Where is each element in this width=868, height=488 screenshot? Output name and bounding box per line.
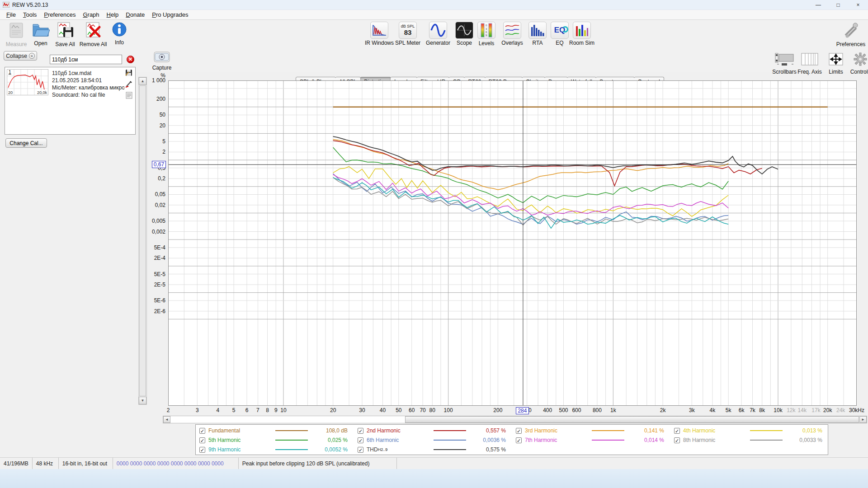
measurement-soundcard: Soundcard: No cal file [52, 92, 124, 98]
notes-icon[interactable] [126, 92, 132, 100]
info-button[interactable]: Info [105, 22, 134, 46]
legend-checkbox[interactable]: ✓ [358, 437, 363, 443]
levels-button[interactable]: 0369Levels [472, 22, 501, 47]
legend-item-6th-harmonic: ✓6th Harmonic0,0036 % [358, 436, 511, 445]
svg-text:3: 3 [486, 28, 487, 30]
vscroll-thumb[interactable] [139, 85, 146, 396]
legend-checkbox[interactable]: ✓ [358, 447, 363, 453]
measurement-name-input[interactable] [50, 55, 122, 64]
open-icon [32, 22, 50, 39]
maximize-button[interactable]: □ [828, 0, 848, 10]
scrollbars-button[interactable]: Scrollbars [771, 52, 797, 75]
limits-button[interactable]: Limits [823, 52, 849, 75]
distortion-plot[interactable] [168, 80, 857, 406]
legend-item-8th-harmonic: ✓8th Harmonic0,0033 % [674, 436, 828, 445]
y-tick: 0,2 [136, 175, 165, 182]
close-button[interactable]: × [848, 0, 868, 10]
y-tick: 5E-6 [136, 297, 165, 304]
x-tick: 10 [273, 407, 294, 413]
legend-checkbox[interactable]: ✓ [674, 437, 680, 443]
cursor-y-readout: 0,67 [152, 161, 166, 168]
legend-checkbox[interactable]: ✓ [199, 437, 205, 443]
controls-icon [854, 61, 867, 67]
generator-button[interactable]: Generator [424, 22, 453, 46]
menu-graph[interactable]: Graph [79, 10, 103, 19]
menu-tools[interactable]: Tools [19, 10, 40, 19]
delete-measurement-button[interactable]: ✕ [127, 56, 134, 63]
legend-item-fundamental: ✓Fundamental108,0 dB [199, 426, 353, 435]
y-tick: 2E-5 [136, 282, 165, 288]
legend-item-5th-harmonic: ✓5th Harmonic0,025 % [199, 436, 353, 445]
cursor-x-readout: 284 [516, 407, 529, 414]
scroll-right-arrow[interactable]: ► [859, 416, 867, 423]
x-tick: 2k [652, 407, 673, 413]
legend-item-2nd-harmonic: ✓2nd Harmonic0,557 % [358, 426, 511, 435]
graph-horizontal-scrollbar[interactable]: ◄ ► [163, 416, 867, 423]
legend-checkbox[interactable]: ✓ [516, 428, 522, 434]
y-tick: 5E-4 [136, 244, 165, 251]
legend-checkbox[interactable]: ✓ [358, 428, 363, 434]
legend-checkbox[interactable]: ✓ [516, 437, 522, 443]
y-tick: 1 000 [136, 77, 165, 84]
title-bar: REW V5.20.13 — □ × [0, 0, 868, 10]
collapse-button[interactable]: Collapse« [4, 51, 37, 61]
y-tick: 2E-6 [136, 308, 165, 314]
freq-axis-button[interactable]: Freq. Axis [797, 52, 823, 75]
status-segment: 16-bit in, 16-bit out [59, 458, 113, 469]
wrench-icon [842, 22, 860, 40]
x-tick: 3k [681, 407, 702, 413]
x-tick: 20 [323, 407, 344, 413]
legend-checkbox[interactable]: ✓ [199, 428, 205, 434]
legend-checkbox[interactable]: ✓ [674, 428, 680, 434]
y-tick: 5 [136, 138, 165, 145]
series-thd [333, 136, 778, 174]
toolbar: MeasureOpenSave AllRemove AllInfo IR Win… [0, 20, 868, 72]
scroll-left-arrow[interactable]: ◄ [163, 416, 170, 423]
legend-checkbox[interactable]: ✓ [199, 447, 205, 453]
x-tick: 2 [158, 407, 179, 413]
status-segment: Peak input before clipping 120 dB SPL (u… [239, 458, 397, 469]
room-sim-button[interactable]: Room Sim [567, 22, 596, 46]
y-tick: 50 [136, 112, 165, 118]
menu-bar: FileToolsPreferencesGraphHelpDonatePro U… [0, 10, 868, 20]
spl-meter-button[interactable]: dB SPL83SPL Meter [393, 22, 422, 46]
taskbar: Поиск ЯΩYS49REW 18°C Mostly sunny ^ УКР … [0, 469, 868, 488]
scope-icon [455, 22, 473, 39]
controls-button[interactable]: Controls [847, 52, 868, 75]
menu-preferences[interactable]: Preferences [40, 10, 79, 19]
trace-options-icon[interactable] [125, 80, 132, 89]
menu-donate[interactable]: Donate [122, 10, 148, 19]
x-tick: 3 [187, 407, 208, 413]
measurement-thumbnail[interactable]: 1 20 20,0k [7, 69, 48, 95]
minimize-button[interactable]: — [808, 0, 828, 10]
x-tick: 600 [566, 407, 587, 413]
levels-icon: 0369 [477, 22, 495, 39]
eq-icon: EQ [551, 22, 569, 39]
menu-pro-upgrades[interactable]: Pro Upgrades [148, 10, 192, 19]
preferences-button[interactable]: Preferences [835, 22, 867, 47]
menu-file[interactable]: File [3, 10, 19, 19]
legend-item-9th-harmonic: ✓9th Harmonic0,0052 % [199, 445, 353, 454]
limits-icon [828, 61, 844, 67]
remove-all-button[interactable]: Remove All [79, 22, 108, 47]
measurement-list[interactable]: 1 20 20,0k 110дб 1см.mdat 21.05.2025 18:… [5, 67, 136, 135]
scroll-down-arrow[interactable]: ▼ [139, 397, 146, 404]
x-tick: 100 [438, 407, 459, 413]
save-measurement-icon[interactable] [125, 69, 132, 78]
y-tick: 0,02 [136, 202, 165, 208]
room-sim-icon [573, 22, 591, 39]
y-tick: 0,002 [136, 229, 165, 235]
scrollbars-icon [774, 61, 794, 67]
series-8th-harmonic [333, 178, 728, 225]
ir-windows-button[interactable]: IR Windows [365, 22, 394, 46]
collapse-icon: « [29, 53, 35, 59]
menu-help[interactable]: Help [103, 10, 123, 19]
overlays-button[interactable]: Overlays [498, 22, 527, 46]
y-tick: 2E-4 [136, 255, 165, 261]
hscroll-thumb[interactable] [405, 416, 859, 423]
save-all-button[interactable]: Save All [51, 22, 80, 47]
capture-button[interactable]: Capture [147, 52, 176, 71]
change-cal-button[interactable]: Change Cal... [5, 138, 47, 148]
camera-icon [154, 52, 170, 64]
legend-item-3rd-harmonic: ✓3rd Harmonic0,141 % [516, 426, 670, 435]
